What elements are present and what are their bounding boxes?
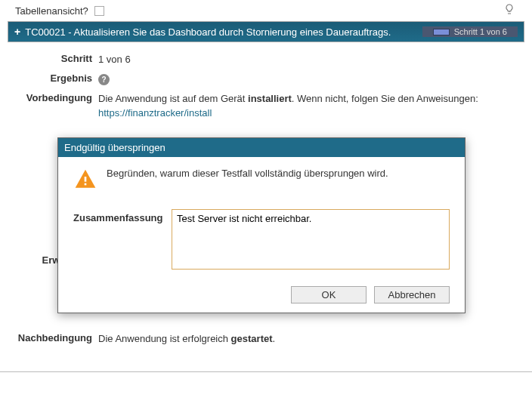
bulb-icon[interactable] (503, 3, 515, 18)
postcondition-label: Nachbedingung (0, 332, 98, 346)
dialog-title: Endgültig überspringen (58, 138, 465, 157)
result-label: Ergebnis (0, 72, 98, 86)
step-progress-badge: Schritt 1 von 6 (422, 26, 518, 37)
help-icon[interactable]: ? (98, 74, 110, 85)
step-progress-text: Schritt 1 von 6 (454, 27, 507, 36)
testcase-header[interactable]: + TC00021 - Aktualisieren Sie das Dashbo… (8, 22, 524, 42)
summary-label: Zusammenfassung (73, 209, 162, 223)
summary-input[interactable] (172, 209, 450, 270)
ok-button[interactable]: OK (291, 286, 367, 303)
progress-bar-icon (433, 29, 450, 35)
expand-icon[interactable]: + (14, 26, 20, 38)
svg-rect-0 (85, 177, 87, 182)
table-view-label: Tabellenansicht? (15, 5, 88, 17)
step-label: Schritt (0, 53, 98, 66)
precondition-value: Die Anwendung ist auf dem Gerät installi… (98, 92, 532, 119)
cancel-button[interactable]: Abbrechen (374, 286, 450, 303)
precondition-label: Vorbedingung (0, 92, 98, 119)
step-value: 1 von 6 (98, 53, 532, 66)
install-link[interactable]: https://finanztracker/install (98, 107, 212, 119)
svg-rect-1 (85, 183, 87, 186)
skip-permanently-dialog: Endgültig überspringen Begründen, warum … (57, 137, 466, 313)
testcase-title: TC00021 - Aktualisieren Sie das Dashboar… (25, 26, 417, 38)
dialog-message: Begründen, warum dieser Testfall vollstä… (107, 168, 388, 179)
warning-icon (73, 168, 97, 194)
postcondition-value: Die Anwendung ist erfolgreich gestartet. (98, 332, 532, 346)
table-view-checkbox[interactable] (94, 6, 104, 16)
